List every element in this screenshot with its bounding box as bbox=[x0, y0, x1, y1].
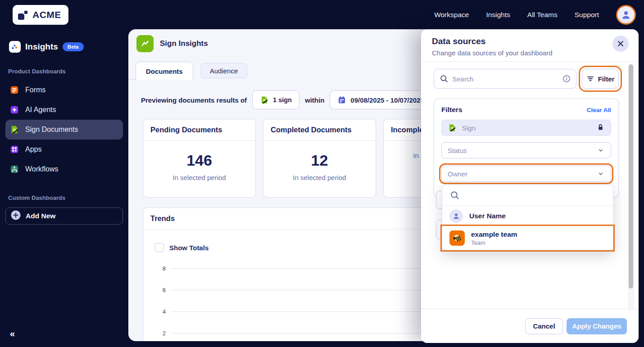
owner-option-name: example team bbox=[471, 230, 517, 239]
sidebar-item-label: Forms bbox=[25, 86, 45, 94]
insights-app-icon bbox=[9, 41, 21, 53]
sidebar: Insights Beta Product Dashboards Forms A… bbox=[0, 29, 128, 347]
owner-search-row[interactable] bbox=[442, 185, 613, 206]
brand-name: ACME bbox=[32, 9, 61, 20]
card-title: Completed Documents bbox=[263, 119, 376, 141]
filter-sign-locked: Sign bbox=[441, 120, 611, 136]
top-nav: Workspace Insights All Teams Support bbox=[434, 5, 636, 25]
y-axis-tick: 2 bbox=[155, 330, 166, 337]
section-product-dashboards: Product Dashboards bbox=[8, 68, 128, 75]
show-totals-label: Show Totals bbox=[169, 244, 209, 252]
y-axis-tick: 8 bbox=[155, 265, 166, 272]
sign-filter-label: Sign bbox=[462, 124, 476, 132]
card-subtitle: In selected period bbox=[143, 174, 255, 181]
apps-icon bbox=[9, 144, 20, 155]
tab-underline bbox=[128, 79, 136, 80]
filter-button[interactable]: Filter bbox=[582, 69, 619, 89]
status-dropdown[interactable]: Status bbox=[441, 142, 611, 158]
owner-option-user[interactable]: User Name bbox=[442, 206, 613, 226]
nav-workspace[interactable]: Workspace bbox=[434, 11, 469, 19]
tab-documents[interactable]: Documents bbox=[136, 62, 193, 80]
panel-search-row: Filter bbox=[434, 69, 619, 89]
sign-insights-icon bbox=[136, 35, 154, 52]
sidebar-item-sign-documents[interactable]: Sign Documents bbox=[5, 120, 123, 140]
owner-option-example-team[interactable]: example team Team bbox=[442, 226, 613, 250]
add-new-label: Add New bbox=[26, 212, 55, 220]
panel-subtitle: Change data sources of your dashboard bbox=[432, 49, 628, 57]
apply-changes-button[interactable]: Apply Changes bbox=[567, 318, 627, 334]
acme-logo[interactable]: ACME bbox=[13, 5, 68, 25]
cancel-button[interactable]: Cancel bbox=[525, 318, 563, 334]
calendar-icon bbox=[337, 95, 346, 104]
show-totals-checkbox[interactable] bbox=[155, 243, 164, 252]
search-input[interactable] bbox=[434, 69, 576, 89]
page-title: Sign Insights bbox=[160, 39, 208, 48]
preview-connector: within bbox=[305, 96, 324, 104]
close-icon bbox=[617, 41, 624, 47]
top-bar: ACME Workspace Insights All Teams Suppor… bbox=[0, 0, 644, 29]
sidebar-item-label: Workflows bbox=[25, 165, 59, 173]
workflows-icon bbox=[9, 164, 20, 175]
team-bee-icon bbox=[449, 230, 465, 246]
person-icon bbox=[620, 9, 632, 21]
forms-icon bbox=[9, 85, 20, 95]
filter-icon bbox=[586, 75, 594, 83]
card-completed-documents: Completed Documents 12 In selected perio… bbox=[263, 119, 376, 198]
sign-document-icon bbox=[448, 123, 457, 132]
sidebar-item-label: Sign Documents bbox=[25, 126, 78, 134]
card-value: 12 bbox=[263, 152, 376, 169]
date-range-chip[interactable]: 09/08/2025 - 10/07/2025 bbox=[330, 90, 431, 109]
sidebar-item-apps[interactable]: Apps bbox=[5, 140, 123, 159]
y-axis-tick: 6 bbox=[155, 287, 166, 293]
ai-agents-icon bbox=[9, 104, 20, 115]
sidebar-item-label: Apps bbox=[25, 145, 41, 153]
sign-document-icon bbox=[9, 124, 20, 135]
panel-footer: Cancel Apply Changes bbox=[421, 309, 639, 343]
filter-button-label: Filter bbox=[598, 75, 615, 83]
sidebar-item-label: AI Agents bbox=[25, 106, 56, 114]
close-panel-button[interactable] bbox=[612, 36, 629, 52]
acme-logo-icon bbox=[18, 9, 29, 20]
search-icon bbox=[449, 190, 460, 201]
panel-header: Data sources Change data sources of your… bbox=[421, 29, 639, 62]
panel-scrollbar-track[interactable] bbox=[628, 63, 634, 311]
filters-title: Filters bbox=[441, 106, 463, 114]
preview-prefix: Previewing documents results of bbox=[141, 96, 247, 104]
sidebar-item-ai-agents[interactable]: AI Agents bbox=[5, 100, 123, 120]
card-pending-documents: Pending Documents 146 In selected period bbox=[143, 119, 256, 198]
owner-dropdown-menu: User Name example team Team bbox=[442, 185, 613, 250]
nav-all-teams[interactable]: All Teams bbox=[527, 11, 558, 19]
status-placeholder: Status bbox=[448, 147, 467, 154]
panel-scrollbar-thumb[interactable] bbox=[629, 64, 633, 288]
chevron-down-icon bbox=[597, 170, 605, 178]
data-sources-panel: Data sources Change data sources of your… bbox=[421, 29, 639, 343]
info-icon[interactable] bbox=[562, 74, 571, 85]
card-title: Pending Documents bbox=[143, 119, 255, 141]
section-custom-dashboards: Custom Dashboards bbox=[8, 194, 128, 201]
owner-dropdown[interactable]: Owner bbox=[441, 166, 611, 182]
user-avatar[interactable] bbox=[616, 5, 636, 25]
nav-insights[interactable]: Insights bbox=[486, 11, 510, 19]
sign-selector-chip[interactable]: 1 sign bbox=[252, 90, 299, 109]
card-value: 146 bbox=[143, 152, 255, 169]
plus-circle-icon bbox=[10, 210, 21, 222]
user-avatar-icon bbox=[449, 209, 463, 223]
beta-badge: Beta bbox=[63, 42, 84, 51]
lock-icon bbox=[596, 123, 605, 133]
filters-card: Filters Clear All Sign Status Owner bbox=[434, 99, 619, 198]
owner-placeholder: Owner bbox=[448, 170, 467, 178]
nav-support[interactable]: Support bbox=[575, 11, 599, 19]
add-new-button[interactable]: Add New bbox=[5, 207, 123, 225]
clear-all-link[interactable]: Clear All bbox=[587, 107, 611, 113]
owner-option-name: User Name bbox=[469, 212, 506, 220]
sidebar-item-workflows[interactable]: Workflows bbox=[5, 159, 123, 179]
y-axis-tick: 4 bbox=[155, 308, 166, 315]
data-source-search bbox=[434, 69, 576, 89]
sign-document-icon bbox=[260, 95, 269, 104]
sidebar-title: Insights bbox=[25, 42, 58, 52]
tab-audience[interactable]: Audience bbox=[200, 63, 248, 78]
owner-option-type: Team bbox=[471, 239, 517, 246]
sidebar-item-forms[interactable]: Forms bbox=[5, 80, 123, 100]
collapse-sidebar-button[interactable]: « bbox=[10, 329, 15, 339]
chevron-down-icon bbox=[597, 146, 605, 154]
